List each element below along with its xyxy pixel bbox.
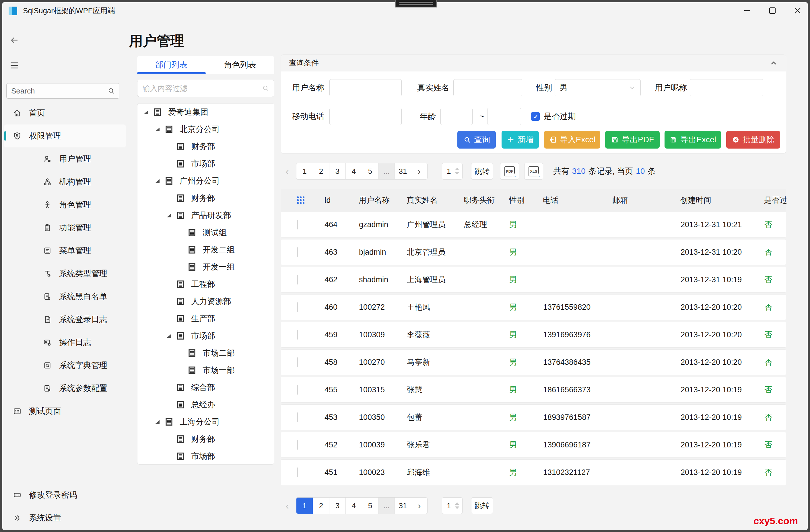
spinner-arrows-icon[interactable] (455, 168, 459, 174)
sidebar-item[interactable]: 系统参数配置 (4, 377, 126, 400)
page-cell[interactable]: ... (378, 163, 394, 179)
header-created[interactable]: 创建时间 (680, 195, 764, 205)
header-phone[interactable]: 电话 (543, 195, 612, 205)
action-button[interactable]: 导入Excel (544, 131, 600, 149)
pager-prev-button[interactable]: ‹ (281, 163, 294, 180)
sidebar-item[interactable]: 操作日志 (4, 331, 126, 354)
sidebar-item[interactable]: 修改登录密码 (4, 484, 126, 506)
page-cell[interactable]: 2 (313, 498, 329, 514)
row-checkbox[interactable] (297, 275, 298, 284)
sidebar-item[interactable]: 用户管理 (4, 147, 126, 170)
tree-node[interactable]: 北京分公司 (137, 121, 274, 138)
export-pdf-icon-button[interactable]: PDF (500, 163, 519, 180)
age-min-field[interactable] (440, 108, 473, 125)
sidebar-item[interactable]: 菜单管理 (4, 239, 126, 262)
page-cell[interactable]: 4 (345, 498, 362, 514)
realname-field[interactable] (453, 79, 522, 96)
expander-icon[interactable] (167, 334, 171, 338)
expander-icon[interactable] (167, 214, 171, 217)
sidebar-item[interactable]: 首页 (4, 101, 126, 124)
action-button[interactable]: 导出Excel (665, 131, 721, 149)
sidebar-item[interactable]: 测试页面 (4, 400, 126, 423)
header-realname[interactable]: 真实姓名 (407, 195, 464, 205)
row-checkbox[interactable] (297, 302, 298, 312)
tree-node[interactable]: 开发二组 (137, 241, 274, 259)
table-row[interactable]: 463 bjadmin 北京管理员 男 2013-12-31 10:20 否 (281, 239, 786, 265)
row-checkbox[interactable] (297, 358, 298, 367)
phone-field[interactable] (329, 108, 402, 125)
page-cell[interactable]: 3 (329, 498, 345, 514)
row-checkbox[interactable] (297, 330, 298, 339)
table-row[interactable]: 453 100350 包蕾 男 18939761587 2013-12-20 1… (281, 404, 786, 430)
sidebar-item[interactable]: 系统黑白名单 (4, 285, 126, 308)
pager-prev-button[interactable]: ‹ (281, 497, 294, 514)
page-cell[interactable]: 5 (362, 163, 378, 179)
table-row[interactable]: 462 shadmin 上海管理员 男 2013-12-31 10:19 否 (281, 267, 786, 293)
maximize-button[interactable] (763, 3, 782, 18)
tree-filter-input[interactable] (142, 84, 262, 93)
tree-node[interactable]: 市场二部 (137, 345, 274, 362)
header-id[interactable]: Id (324, 196, 359, 205)
page-cell[interactable]: 5 (362, 498, 378, 514)
tree-node[interactable]: 人力资源部 (137, 293, 274, 310)
spinner-arrows-icon[interactable] (455, 502, 459, 509)
table-row[interactable]: 460 100272 王艳凤 男 13761559820 2013-12-20 … (281, 294, 786, 320)
query-panel-header[interactable]: 查询条件 (281, 55, 786, 71)
table-row[interactable]: 452 100039 张乐君 男 13906696187 2013-12-20 … (281, 432, 786, 458)
age-max-field[interactable] (487, 108, 521, 125)
page-cell[interactable]: 3 (329, 163, 345, 179)
header-gender[interactable]: 性别 (509, 195, 543, 205)
header-title[interactable]: 职务头衔 (464, 195, 509, 205)
gender-select[interactable]: 男 (555, 79, 641, 96)
action-button[interactable]: 导出PDF (605, 131, 660, 149)
page-jump-spinner[interactable]: 1 (442, 163, 463, 180)
tree-node[interactable]: 测试组 (137, 224, 274, 241)
sidebar-item[interactable]: 系统类型管理 (4, 262, 126, 285)
sidebar-item[interactable]: 功能管理 (4, 216, 126, 239)
back-button[interactable] (7, 34, 21, 47)
header-username[interactable]: 用户名称 (359, 195, 407, 205)
expired-checkbox[interactable] (531, 112, 540, 121)
table-row[interactable]: 451 100023 邱海维 男 13102321127 2013-12-20 … (281, 460, 786, 485)
tree-node[interactable]: 上海分公司 (137, 413, 274, 431)
nickname-field[interactable] (690, 79, 763, 96)
jump-button[interactable]: 跳转 (471, 163, 493, 180)
row-checkbox[interactable] (297, 220, 298, 230)
action-button[interactable]: 查询 (457, 131, 496, 149)
row-checkbox[interactable] (297, 385, 298, 395)
expander-icon[interactable] (155, 128, 160, 131)
sidebar-item[interactable]: 系统设置 (4, 506, 126, 529)
page-cell[interactable]: 1 (296, 498, 313, 514)
header-email[interactable]: 邮箱 (612, 195, 680, 205)
expander-icon[interactable] (144, 111, 148, 114)
tree-node[interactable]: 市场部 (137, 448, 274, 465)
tree-node[interactable]: 财务部 (137, 431, 274, 448)
tree-node[interactable]: 财务部 (137, 189, 274, 207)
drag-handle-icon[interactable] (296, 196, 305, 204)
sidebar-item[interactable]: 系统字典管理 (4, 354, 126, 377)
tree-node[interactable]: 市场部 (137, 327, 274, 345)
close-button[interactable] (788, 3, 807, 18)
sidebar-item[interactable]: 机构管理 (4, 170, 126, 193)
tree-tab[interactable]: 角色列表 (206, 56, 274, 74)
table-row[interactable]: 464 gzadmin 广州管理员 总经理 男 2013-12-31 10:21… (281, 212, 786, 237)
expander-icon[interactable] (155, 179, 160, 183)
search-input[interactable] (11, 86, 108, 96)
username-field[interactable] (329, 79, 402, 96)
row-checkbox[interactable] (297, 247, 298, 257)
page-cell[interactable]: 31 (394, 498, 411, 514)
tree-node[interactable]: 产品研发部 (137, 207, 274, 224)
table-row[interactable]: 458 100270 马亭新 男 13764386435 2013-12-20 … (281, 349, 786, 375)
table-row[interactable]: 455 100315 张慧 男 18616566373 2013-12-20 1… (281, 377, 786, 403)
tree-node[interactable]: 市场部 (137, 155, 274, 172)
pager-next-button[interactable]: › (411, 498, 427, 514)
sidebar-item[interactable]: 权限管理 (4, 124, 126, 147)
page-jump-spinner[interactable]: 1 (442, 497, 463, 514)
export-xls-icon-button[interactable]: XLS (524, 163, 543, 180)
pager-next-button[interactable]: › (411, 163, 427, 179)
sidebar-item[interactable]: 系统登录日志 (4, 308, 126, 331)
header-expired[interactable]: 是否过期 (764, 195, 787, 205)
nav-menu-button[interactable] (7, 59, 21, 72)
row-checkbox[interactable] (297, 467, 298, 477)
table-row[interactable]: 459 100309 李薇薇 男 13916963976 2013-12-20 … (281, 322, 786, 348)
